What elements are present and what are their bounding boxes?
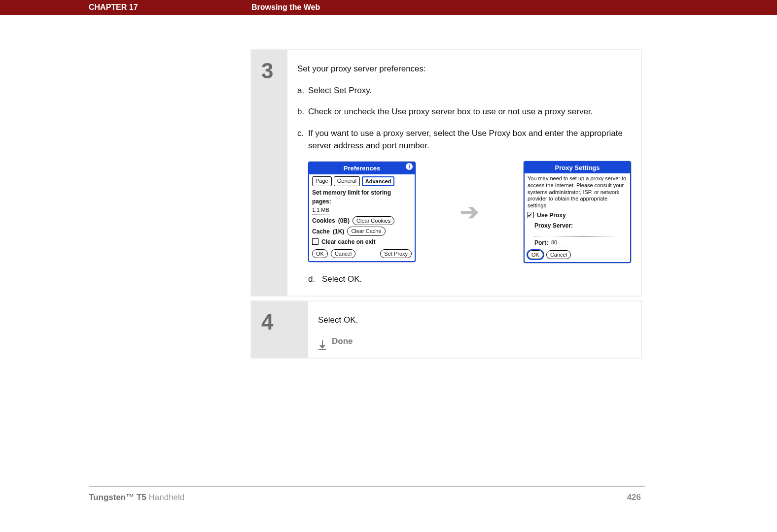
item-text: Check or uncheck the Use proxy server bo… [308,105,593,118]
item-letter: c. [297,127,308,152]
use-proxy-label: Use Proxy [537,211,566,220]
set-proxy-button[interactable]: Set Proxy [380,249,412,259]
clear-on-exit-checkbox[interactable] [312,238,318,245]
preferences-title: Preferences i [309,163,415,174]
chapter-title: Browsing the Web [251,3,320,12]
step-3-item-b: b.Check or uncheck the Use proxy server … [297,105,631,118]
cache-size: (1K) [333,227,344,236]
proxy-cancel-button[interactable]: Cancel [546,250,571,260]
chapter-bar: CHAPTER 17 Browsing the Web [0,0,777,15]
item-letter: b. [297,105,308,118]
port-label: Port: [534,238,548,247]
proxy-title: Proxy Settings [525,162,630,174]
memory-limit-label: Set memory limit for storing pages: [312,189,391,205]
proxy-settings-window: Proxy Settings You may need to set up a … [524,161,631,264]
proxy-server-input[interactable] [534,232,623,237]
preferences-window: Preferences i Page General Advanced Set … [308,162,416,262]
step-3-card: 3 Set your proxy server preferences: a.S… [250,49,642,297]
clear-cache-button[interactable]: Clear Cache [347,227,385,236]
item-text: Select Set Proxy. [308,84,372,97]
step-3-body: Set your proxy server preferences: a.Sel… [287,50,641,296]
prefs-ok-button[interactable]: OK [312,249,328,259]
step-3-lead: Set your proxy server preferences: [297,63,631,75]
footer-brand-bold: Tungsten™ T5 [89,493,146,502]
screenshots-row: Preferences i Page General Advanced Set … [308,161,631,264]
prefs-tabs: Page General Advanced [312,176,412,187]
memory-limit-value[interactable]: 1.1 MB [312,206,329,215]
done-label: Done [332,335,353,348]
done-row: Done [318,335,631,348]
use-proxy-checkbox[interactable] [528,212,534,218]
proxy-server-label: Proxy Server: [534,221,573,230]
content: 3 Set your proxy server preferences: a.S… [0,15,777,486]
cache-label: Cache [312,227,330,236]
item-letter: d. [308,273,319,286]
item-letter: a. [297,84,308,97]
clear-on-exit-label: Clear cache on exit [321,237,375,246]
step-number: 4 [251,301,308,358]
tab-page[interactable]: Page [312,176,332,187]
chapter-label: CHAPTER 17 [89,3,251,12]
item-text: If you want to use a proxy server, selec… [308,127,631,152]
step-3-item-c: c.If you want to use a proxy server, sel… [297,127,631,152]
clear-cookies-button[interactable]: Clear Cookies [353,216,394,226]
tab-general[interactable]: General [334,176,360,187]
proxy-help-text: You may need to set up a proxy server to… [528,175,627,209]
step-3-item-d: Select OK. [322,273,362,286]
page-number: 426 [627,493,641,502]
port-value[interactable]: 80 [551,238,571,247]
info-icon[interactable]: i [406,163,413,170]
flow-arrow-icon: ➔ [460,200,479,223]
proxy-ok-button[interactable]: OK [528,250,543,260]
footer-brand: Tungsten™ T5 Handheld [89,493,184,502]
step-3-list: a.Select Set Proxy. b.Check or uncheck t… [297,84,631,152]
step-4-body: Select OK. Done [308,301,641,358]
page-footer: Tungsten™ T5 Handheld 426 [89,486,645,512]
step-3-item-a: a.Select Set Proxy. [297,84,631,97]
prefs-cancel-button[interactable]: Cancel [331,249,355,259]
window-title: Preferences [344,165,380,172]
footer-brand-light: Handheld [146,493,185,502]
step-number: 3 [251,50,287,296]
step-4-text: Select OK. [318,314,631,327]
tab-advanced[interactable]: Advanced [362,176,395,187]
cookies-size: (0B) [338,216,350,225]
cookies-label: Cookies [312,216,335,225]
step-4-card: 4 Select OK. Done [250,300,642,359]
window-title: Proxy Settings [555,164,600,171]
